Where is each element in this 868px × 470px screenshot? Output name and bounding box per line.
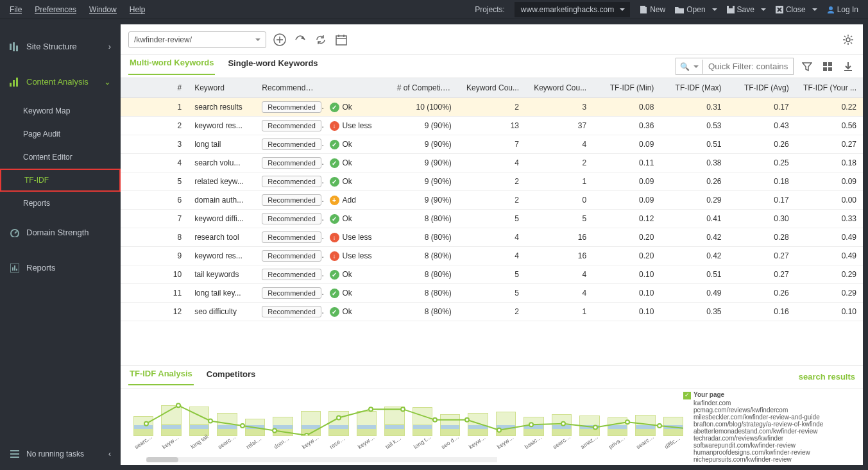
new-button[interactable]: New: [640, 5, 665, 14]
sidebar-item-site-structure[interactable]: Site Structure ›: [0, 29, 121, 64]
menu-help[interactable]: Help: [130, 5, 146, 14]
menu-preferences[interactable]: Preferences: [35, 5, 76, 14]
filter-input[interactable]: [703, 58, 793, 74]
url-dropdown[interactable]: /kwfinder-review/: [128, 31, 266, 48]
caret-down-icon: [761, 8, 766, 11]
recommendation-badge[interactable]: Recommended: [262, 157, 321, 169]
svg-rect-8: [16, 46, 18, 51]
tab-single-word[interactable]: Single-word Keywords: [226, 58, 319, 74]
menu-window[interactable]: Window: [89, 5, 117, 14]
column-header[interactable]: TF-IDF (Your ...: [796, 78, 863, 98]
tab-multi-word[interactable]: Multi-word Keywords: [128, 58, 215, 75]
chart-scrollbar[interactable]: [146, 457, 497, 462]
svg-rect-15: [14, 265, 15, 271]
recommendation-badge[interactable]: Recommended: [262, 287, 321, 299]
sidebar-item-reports[interactable]: Reports: [0, 250, 121, 285]
search-icon[interactable]: 🔍: [676, 60, 703, 74]
table-row[interactable]: 9keyword res...Recommended↓Use less8 (80…: [121, 247, 863, 265]
caret-down-icon: [255, 38, 260, 41]
structure-icon: [10, 42, 20, 52]
sidebar-sub-page-audit[interactable]: Page Audit: [0, 122, 121, 146]
analysis-icon: [10, 77, 20, 87]
filter-icon[interactable]: [800, 60, 814, 74]
chevron-left-icon: ‹: [108, 449, 111, 458]
tab-competitors[interactable]: Competitors: [205, 369, 257, 385]
keywords-table: #KeywordRecommendation# of Competi... ▼K…: [121, 78, 863, 321]
add-icon[interactable]: [273, 33, 287, 47]
close-button[interactable]: Close: [776, 5, 817, 14]
status-icon: ↓: [330, 233, 339, 242]
quick-filter[interactable]: 🔍: [676, 58, 794, 75]
table-row[interactable]: 11long tail key...Recommended✓Ok8 (80%)5…: [121, 284, 863, 303]
svg-rect-10: [13, 80, 15, 87]
table-row[interactable]: 5related keyw...Recommended✓Ok9 (90%)210…: [121, 172, 863, 191]
sidebar-item-domain-strength[interactable]: Domain Strength: [0, 215, 121, 250]
column-header[interactable]: [323, 78, 391, 98]
tab-tfidf-analysis[interactable]: TF-IDF Analysis: [128, 369, 194, 385]
column-header[interactable]: TF-IDF (Avg): [728, 78, 796, 98]
status-icon: ✓: [330, 214, 339, 224]
svg-rect-21: [336, 36, 346, 45]
sidebar-sub-keyword-map[interactable]: Keyword Map: [0, 99, 121, 122]
sidebar-sub-tf-idf[interactable]: TF-IDF: [0, 169, 121, 192]
recommendation-badge[interactable]: Recommended: [262, 138, 321, 150]
download-icon[interactable]: [841, 60, 855, 74]
recommendation-badge[interactable]: Recommended: [262, 101, 321, 113]
svg-point-31: [273, 429, 277, 433]
task-status[interactable]: No running tasks ‹: [0, 438, 121, 470]
login-button[interactable]: Log In: [827, 5, 858, 14]
table-row[interactable]: 4search volu...Recommended✓Ok9 (90%)420.…: [121, 154, 863, 172]
recommendation-badge[interactable]: Recommended: [262, 120, 321, 131]
table-row[interactable]: 7keyword diffi...Recommended✓Ok8 (80%)55…: [121, 210, 863, 228]
close-icon: [776, 6, 783, 13]
svg-point-5: [829, 6, 833, 10]
column-header[interactable]: #: [121, 78, 188, 98]
table-row[interactable]: 12seo difficultyRecommended✓Ok8 (80%)210…: [121, 303, 863, 321]
recommendation-badge[interactable]: Recommended: [262, 250, 321, 262]
column-header[interactable]: Recommendation: [255, 78, 323, 98]
settings-icon[interactable]: [841, 33, 855, 47]
svg-rect-17: [10, 450, 19, 451]
column-header[interactable]: Keyword: [188, 78, 255, 98]
tfidf-chart: search re...keyword re...long tailsearch…: [121, 388, 863, 465]
open-button[interactable]: Open: [675, 5, 717, 14]
refresh-icon[interactable]: [314, 33, 328, 47]
sidebar-sub-reports[interactable]: Reports: [0, 192, 121, 215]
share-icon[interactable]: [293, 33, 307, 47]
column-header[interactable]: Keyword Cou...: [525, 78, 593, 98]
svg-point-36: [433, 418, 437, 422]
column-header[interactable]: TF-IDF (Min): [593, 78, 660, 98]
recommendation-badge[interactable]: Recommended: [262, 231, 321, 243]
column-header[interactable]: # of Competi... ▼: [391, 78, 458, 98]
svg-rect-3: [729, 6, 733, 8]
status-icon: ✓: [330, 140, 339, 149]
sidebar-sub-content-editor[interactable]: Content Editor: [0, 146, 121, 169]
sidebar-item-content-analysis[interactable]: Content Analysis ⌄: [0, 64, 121, 99]
svg-rect-14: [12, 267, 13, 271]
recommendation-badge[interactable]: Recommended: [262, 306, 321, 317]
column-header[interactable]: Keyword Cou...: [458, 78, 525, 98]
table-row[interactable]: 1search resultsRecommended✓Ok10 (100%)23…: [121, 98, 863, 117]
table-row[interactable]: 10tail keywordsRecommended✓Ok8 (80%)540.…: [121, 265, 863, 284]
sidebar-label: Domain Strength: [26, 228, 89, 237]
table-row[interactable]: 8research toolRecommended↓Use less8 (80%…: [121, 228, 863, 247]
table-row[interactable]: 2keyword res...Recommended↓Use less9 (90…: [121, 117, 863, 135]
svg-point-35: [401, 407, 405, 411]
save-button[interactable]: Save: [727, 5, 766, 14]
recommendation-badge[interactable]: Recommended: [262, 213, 321, 224]
svg-point-34: [369, 407, 373, 411]
project-dropdown[interactable]: www.emarketinghacks.com: [515, 2, 630, 17]
recommendation-badge[interactable]: Recommended: [262, 176, 321, 187]
svg-rect-0: [640, 6, 645, 13]
recommendation-badge[interactable]: Recommended: [262, 194, 321, 206]
recommendation-badge[interactable]: Recommended: [262, 269, 321, 280]
table-row[interactable]: 3long tailRecommended✓Ok9 (90%)740.090.5…: [121, 135, 863, 154]
svg-rect-26: [828, 67, 832, 71]
menu-file[interactable]: File: [10, 5, 22, 14]
status-icon: ✓: [330, 177, 339, 187]
table-row[interactable]: 6domain auth...Recommended+Add9 (90%)200…: [121, 191, 863, 210]
column-header[interactable]: TF-IDF (Max): [660, 78, 728, 98]
svg-rect-6: [10, 44, 12, 50]
calendar-icon[interactable]: [334, 33, 348, 47]
grid-icon[interactable]: [821, 60, 835, 74]
